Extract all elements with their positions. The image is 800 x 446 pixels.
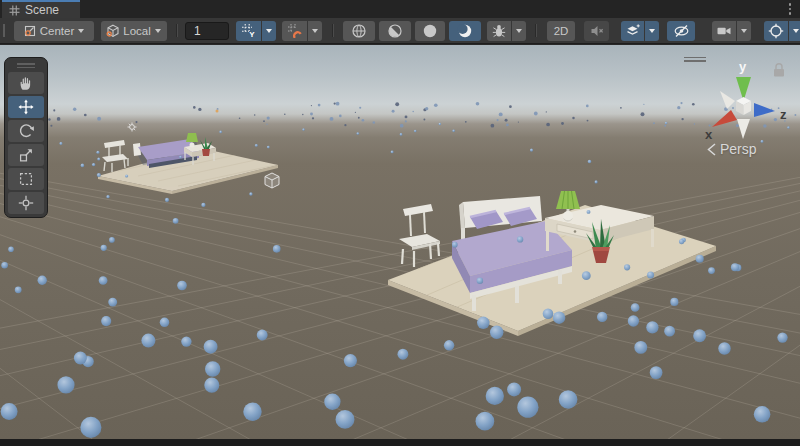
particle-sphere[interactable] (718, 342, 731, 355)
particle-sphere[interactable] (620, 107, 622, 109)
particle-sphere[interactable] (681, 118, 683, 120)
particle-sphere[interactable] (439, 123, 441, 125)
gizmos-button[interactable] (764, 21, 788, 41)
particle-sphere[interactable] (48, 118, 50, 120)
particle-sphere[interactable] (205, 361, 220, 376)
particle-sphere[interactable] (664, 326, 675, 337)
particle-sphere[interactable] (679, 239, 684, 244)
particle-sphere[interactable] (101, 316, 111, 326)
particle-sphere[interactable] (334, 102, 336, 104)
particle-sphere[interactable] (330, 117, 334, 121)
particle-sphere[interactable] (587, 210, 591, 214)
particle-sphere[interactable] (373, 121, 375, 123)
tool-scale-button[interactable] (8, 144, 44, 166)
particle-sphere[interactable] (777, 332, 787, 342)
particle-sphere[interactable] (677, 106, 680, 109)
scene-3d-canvas[interactable] (0, 45, 800, 439)
particle-sphere[interactable] (665, 122, 667, 124)
particle-sphere[interactable] (99, 276, 108, 285)
gizmos-caret[interactable] (789, 21, 800, 41)
particle-sphere[interactable] (517, 236, 523, 242)
particle-sphere[interactable] (101, 245, 107, 251)
particle-sphere[interactable] (507, 382, 521, 396)
particle-sphere[interactable] (302, 128, 304, 130)
chair-near[interactable] (399, 204, 440, 267)
particle-sphere[interactable] (499, 112, 503, 116)
particle-sphere[interactable] (358, 117, 360, 119)
camera-settings-caret[interactable] (737, 21, 751, 41)
particle-sphere[interactable] (680, 102, 682, 104)
particle-sphere[interactable] (664, 125, 666, 127)
particle-sphere[interactable] (517, 397, 538, 418)
particle-sphere[interactable] (423, 119, 425, 121)
particle-sphere[interactable] (97, 157, 100, 160)
particle-sphere[interactable] (266, 123, 267, 124)
particle-sphere[interactable] (400, 133, 403, 136)
particle-sphere[interactable] (160, 318, 170, 328)
particle-sphere[interactable] (405, 115, 408, 118)
particle-sphere[interactable] (553, 311, 565, 323)
particle-sphere[interactable] (1, 262, 8, 269)
particle-sphere[interactable] (414, 130, 416, 132)
particle-sphere[interactable] (310, 113, 313, 116)
particle-sphere[interactable] (217, 108, 219, 110)
axis-white-cone[interactable] (737, 119, 750, 139)
particle-sphere[interactable] (80, 417, 101, 438)
particle-sphere[interactable] (181, 336, 191, 346)
particle-sphere[interactable] (646, 321, 658, 333)
particle-sphere[interactable] (239, 117, 241, 119)
shadows-toggle-button[interactable] (415, 21, 445, 41)
lock-icon[interactable] (772, 62, 786, 78)
camera-settings-button[interactable] (712, 21, 736, 41)
tool-transform-button[interactable] (8, 192, 44, 214)
particle-sphere[interactable] (355, 112, 356, 113)
particle-sphere[interactable] (81, 164, 85, 168)
moon-button[interactable] (449, 21, 481, 41)
particle-sphere[interactable] (179, 156, 182, 159)
kebab-menu-icon[interactable] (789, 3, 792, 15)
effects-button[interactable] (621, 21, 644, 41)
particle-sphere[interactable] (336, 102, 340, 106)
particle-sphere[interactable] (59, 142, 62, 145)
particle-sphere[interactable] (108, 298, 117, 307)
particle-sphere[interactable] (476, 102, 480, 106)
particle-sphere[interactable] (57, 376, 74, 393)
chair-far[interactable] (102, 140, 128, 172)
particle-sphere[interactable] (425, 107, 428, 110)
particle-sphere[interactable] (106, 195, 109, 198)
particle-sphere[interactable] (486, 387, 504, 405)
particle-sphere[interactable] (628, 315, 639, 326)
particle-sphere[interactable] (582, 271, 591, 280)
particle-sphere[interactable] (476, 412, 495, 431)
toolbar-drag-handle[interactable] (3, 24, 5, 37)
particle-sphere[interactable] (572, 117, 574, 119)
particle-sphere[interactable] (74, 352, 87, 365)
particle-sphere[interactable] (397, 349, 408, 360)
particle-sphere[interactable] (588, 160, 592, 164)
particle-sphere[interactable] (477, 277, 483, 283)
particle-sphere[interactable] (546, 111, 547, 112)
particle-sphere[interactable] (125, 174, 128, 177)
debug-bug-caret[interactable] (512, 21, 526, 41)
visibility-button[interactable] (667, 21, 695, 41)
particle-sphere[interactable] (597, 312, 607, 322)
tool-rotate-button[interactable] (8, 120, 44, 142)
particle-sphere[interactable] (193, 106, 196, 109)
particle-sphere[interactable] (359, 107, 361, 109)
particle-sphere[interactable] (8, 247, 14, 253)
particle-sphere[interactable] (362, 119, 365, 122)
grid-snap-y-caret[interactable] (262, 21, 276, 41)
particle-sphere[interactable] (267, 146, 270, 149)
particle-sphere[interactable] (670, 298, 678, 306)
particle-sphere[interactable] (641, 112, 645, 116)
particle-sphere[interactable] (357, 132, 360, 135)
particle-sphere[interactable] (165, 198, 169, 202)
particle-sphere[interactable] (141, 334, 155, 348)
effects-caret[interactable] (645, 21, 659, 41)
particle-sphere[interactable] (249, 192, 252, 195)
particle-sphere[interactable] (198, 108, 201, 111)
particle-sphere[interactable] (490, 326, 503, 339)
particle-sphere[interactable] (391, 150, 394, 153)
axis-white-cone[interactable] (720, 91, 735, 109)
particle-sphere[interactable] (561, 122, 564, 125)
